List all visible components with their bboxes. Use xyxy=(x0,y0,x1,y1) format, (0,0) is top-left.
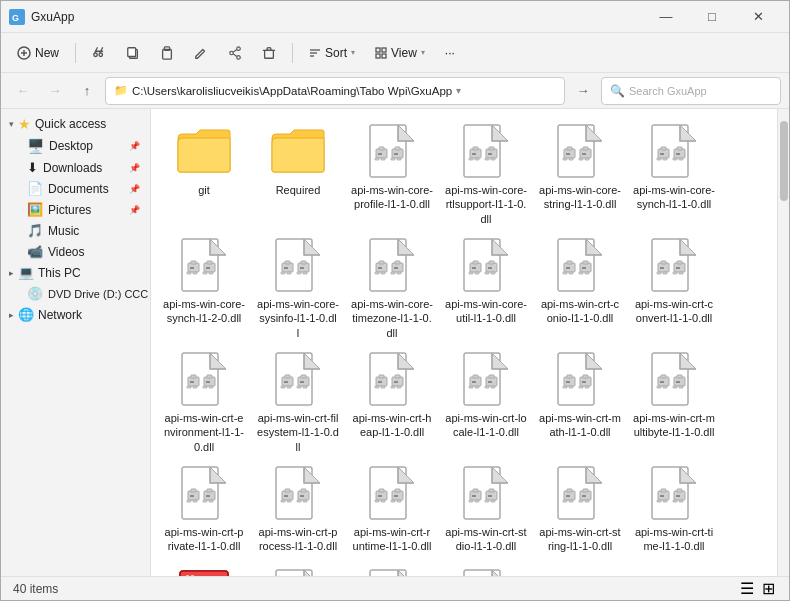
file-item-f16[interactable]: api-ms-win-crt-multibyte-l1-1-0.dll xyxy=(629,345,719,455)
svg-rect-8 xyxy=(164,46,169,50)
forward-button[interactable]: → xyxy=(41,77,69,105)
svg-rect-212 xyxy=(209,500,213,502)
svg-rect-161 xyxy=(378,381,382,383)
search-box[interactable]: 🔍 Search GxuApp xyxy=(601,77,781,105)
sidebar-item-music[interactable]: 🎵 Music xyxy=(3,220,148,241)
view-button[interactable]: View ▾ xyxy=(367,42,433,64)
file-item-f18[interactable]: api-ms-win-crt-process-l1-1-0.dll xyxy=(253,459,343,558)
file-item-f11[interactable]: api-ms-win-crt-environment-l1-1-0.dll xyxy=(159,345,249,455)
rename-icon xyxy=(194,46,208,60)
file-item-f9[interactable]: api-ms-win-crt-conio-l1-1-0.dll xyxy=(535,231,625,341)
svg-point-10 xyxy=(237,55,241,59)
file-item-f24[interactable]: chrome_elf.dll xyxy=(253,562,343,576)
file-item-f7[interactable]: api-ms-win-core-timezone-l1-1-0.dll xyxy=(347,231,437,341)
file-item-git[interactable]: git xyxy=(159,117,249,227)
svg-rect-77 xyxy=(207,261,212,264)
svg-rect-69 xyxy=(679,158,683,160)
sidebar-item-downloads[interactable]: ⬇ Downloads 📌 xyxy=(3,157,148,178)
sidebar-item-dvd[interactable]: 💿 DVD Drive (D:) CCCC xyxy=(3,283,148,304)
file-item-f21[interactable]: api-ms-win-crt-string-l1-1-0.dll xyxy=(535,459,625,558)
quickaccess-chevron: ▾ xyxy=(9,119,14,129)
svg-rect-51 xyxy=(566,153,570,155)
file-item-f6[interactable]: api-ms-win-core-sysinfo-l1-1-0.dl l xyxy=(253,231,343,341)
file-item-f25[interactable]: d3dcompiler_47.dll xyxy=(347,562,437,576)
sidebar-item-documents[interactable]: 📄 Documents 📌 xyxy=(3,178,148,199)
refresh-button[interactable]: → xyxy=(569,77,597,105)
file-item-f4[interactable]: api-ms-win-core-synch-l1-1-0.dll xyxy=(629,117,719,227)
svg-rect-119 xyxy=(569,272,573,274)
svg-rect-85 xyxy=(281,272,285,274)
desktop-icon: 🖥️ xyxy=(27,138,44,154)
file-item-required[interactable]: Required xyxy=(253,117,343,227)
sidebar-item-videos[interactable]: 📹 Videos xyxy=(3,241,148,262)
svg-rect-193 xyxy=(661,375,666,378)
up-button[interactable]: ↑ xyxy=(73,77,101,105)
address-bar[interactable]: 📁 C:\Users\karolisliucveikis\AppData\Roa… xyxy=(105,77,565,105)
file-item-f5[interactable]: api-ms-win-core-synch-l1-2-0.dll xyxy=(159,231,249,341)
svg-rect-79 xyxy=(203,272,207,274)
file-item-f3[interactable]: api-ms-win-core-string-l1-1-0.dll xyxy=(535,117,625,227)
delete-button[interactable] xyxy=(254,42,284,64)
file-item-f22[interactable]: api-ms-win-crt-time-l1-1-0.dll xyxy=(629,459,719,558)
more-button[interactable]: ··· xyxy=(437,42,463,64)
file-item-f15[interactable]: api-ms-win-crt-math-l1-1-0.dll xyxy=(535,345,625,455)
sort-button[interactable]: Sort ▾ xyxy=(301,42,363,64)
file-item-f19[interactable]: api-ms-win-crt-runtime-l1-1-0.dll xyxy=(347,459,437,558)
file-item-f13[interactable]: api-ms-win-crt-heap-l1-1-0.dll xyxy=(347,345,437,455)
scrollbar-thumb[interactable] xyxy=(780,121,788,201)
svg-rect-196 xyxy=(663,386,667,388)
file-item-f12[interactable]: api-ms-win-crt-filesystem-l1-1-0.dll xyxy=(253,345,343,455)
svg-rect-6 xyxy=(128,47,136,56)
file-item-f10[interactable]: api-ms-win-crt-convert-l1-1-0.dll xyxy=(629,231,719,341)
svg-rect-28 xyxy=(379,147,384,150)
svg-rect-138 xyxy=(191,375,196,378)
maximize-button[interactable]: □ xyxy=(689,1,735,33)
network-chevron: ▸ xyxy=(9,310,14,320)
new-button[interactable]: New xyxy=(9,42,67,64)
file-item-f14[interactable]: api-ms-win-crt-locale-l1-1-0.dll xyxy=(441,345,531,455)
sidebar-section-network[interactable]: ▸ 🌐 Network xyxy=(1,304,150,325)
sidebar-section-quickaccess[interactable]: ▾ ★ Quick access xyxy=(1,113,150,135)
app-icon: G xyxy=(9,9,25,25)
svg-rect-124 xyxy=(585,272,589,274)
svg-rect-97 xyxy=(381,272,385,274)
svg-rect-166 xyxy=(394,381,398,383)
scrollbar[interactable] xyxy=(777,109,789,576)
list-view-button[interactable]: ☰ xyxy=(738,577,756,600)
sidebar-section-thispc[interactable]: ▸ 💻 This PC xyxy=(1,262,150,283)
svg-rect-57 xyxy=(579,158,583,160)
cut-button[interactable] xyxy=(84,42,114,64)
file-item-f2[interactable]: api-ms-win-core-rtlsupport-l1-1-0.dll xyxy=(441,117,531,227)
svg-rect-58 xyxy=(585,158,589,160)
file-item-f8[interactable]: api-ms-win-core-util-l1-1-0.dll xyxy=(441,231,531,341)
sidebar-item-pictures[interactable]: 🖼️ Pictures 📌 xyxy=(3,199,148,220)
svg-rect-190 xyxy=(585,386,589,388)
file-item-f23[interactable]: RAR WinRAR bifow.rar xyxy=(159,562,249,576)
minimize-button[interactable]: — xyxy=(643,1,689,33)
file-item-f17[interactable]: api-ms-win-crt-private-l1-1-0.dll xyxy=(159,459,249,558)
svg-rect-227 xyxy=(378,495,382,497)
paste-button[interactable] xyxy=(152,42,182,64)
sidebar: ▾ ★ Quick access 🖥️ Desktop 📌 ⬇ Download… xyxy=(1,109,151,576)
svg-rect-256 xyxy=(585,500,589,502)
file-label-f8: api-ms-win-core-util-l1-1-0.dll xyxy=(445,297,527,326)
documents-icon: 📄 xyxy=(27,181,43,196)
svg-rect-183 xyxy=(566,381,570,383)
share-button[interactable] xyxy=(220,42,250,64)
view-chevron: ▾ xyxy=(421,48,425,57)
sidebar-item-desktop[interactable]: 🖥️ Desktop 📌 xyxy=(3,135,148,157)
file-item-f1[interactable]: api-ms-win-core-profile-l1-1-0.dll xyxy=(347,117,437,227)
svg-rect-231 xyxy=(395,489,400,492)
file-item-f20[interactable]: api-ms-win-crt-stdio-l1-1-0.dll xyxy=(441,459,531,558)
statusbar: 40 items ☰ ⊞ xyxy=(1,576,789,600)
copy-button[interactable] xyxy=(118,42,148,64)
svg-rect-146 xyxy=(209,386,213,388)
back-button[interactable]: ← xyxy=(9,77,37,105)
file-icon-f26 xyxy=(456,566,516,576)
close-button[interactable]: ✕ xyxy=(735,1,781,33)
file-item-f26[interactable]: libEGL.dll xyxy=(441,562,531,576)
file-icon-f5 xyxy=(174,235,234,295)
rename-button[interactable] xyxy=(186,42,216,64)
svg-rect-29 xyxy=(378,153,382,155)
grid-view-button[interactable]: ⊞ xyxy=(760,577,777,600)
